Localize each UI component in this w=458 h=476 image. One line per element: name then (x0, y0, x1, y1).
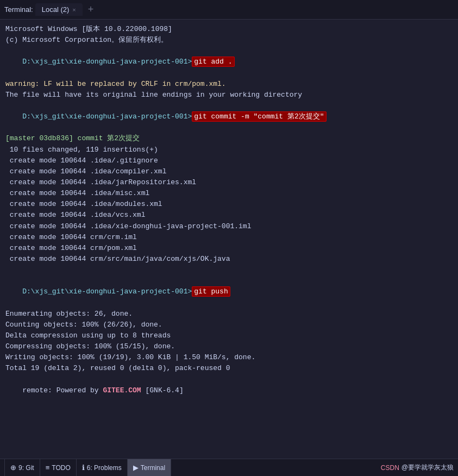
line-2: (c) Microsoft Corporation。保留所有权利。 (5, 35, 453, 46)
problems-label: 6: Problems (87, 464, 122, 472)
line-9: create mode 100644 .idea/.gitignore (5, 155, 453, 166)
line-21: Counting objects: 100% (26/26), done. (5, 320, 453, 330)
problems-icon: ℹ (82, 464, 85, 472)
line-13: create mode 100644 .idea/modules.xml (5, 199, 453, 210)
gnk-text: [GNK-6.4] (141, 386, 184, 394)
terminal-content: Microsoft Windows [版本 10.0.22000.1098] (… (0, 20, 458, 459)
status-right: CSDN @要学就学灰太狼 (381, 463, 454, 472)
line-7: [master 03db836] commit 第2次提交 (5, 133, 453, 144)
git-label: 9: Git (18, 464, 34, 472)
line-17: create mode 100644 crm/pom.xml (5, 243, 453, 254)
prompt-2: D:\xjs_git\xie-donghui-java-project-001> (22, 112, 192, 121)
line-8: 10 files changed, 119 insertions(+) (5, 145, 453, 155)
line-26: remote: Powered by GITEE.COM [GNK-6.4] (5, 374, 453, 407)
terminal-icon: ▶ (133, 464, 139, 472)
cmd-git-commit: git commit -m "commit 第2次提交" (192, 111, 326, 122)
line-16: create mode 100644 crm/crm.iml (5, 232, 453, 243)
csdn-label: CSDN (381, 464, 399, 472)
line-23: Compressing objects: 100% (15/15), done. (5, 341, 453, 352)
line-10: create mode 100644 .idea/compiler.xml (5, 166, 453, 177)
terminal-label: Terminal: (4, 5, 33, 14)
status-problems[interactable]: ℹ 6: Problems (77, 459, 128, 476)
tab-local[interactable]: Local (2) × (35, 3, 83, 16)
line-5: The file will have its original line end… (5, 90, 453, 101)
prompt-1: D:\xjs_git\xie-donghui-java-project-001> (22, 58, 192, 66)
line-19: D:\xjs_git\xie-donghui-java-project-001>… (5, 275, 453, 308)
status-terminal[interactable]: ▶ Terminal (128, 459, 171, 476)
todo-label: TODO (52, 464, 70, 472)
line-25: Total 19 (delta 2), reused 0 (delta 0), … (5, 363, 453, 374)
status-bar: ⊕ 9: Git ≡ TODO ℹ 6: Problems ▶ Terminal… (0, 459, 458, 476)
tab-add-button[interactable]: + (85, 4, 97, 15)
cmd-git-add: git add . (192, 57, 234, 67)
line-15: create mode 100644 .idea/xie-donghui-jav… (5, 221, 453, 232)
gitee-link: GITEE.COM (103, 386, 141, 394)
line-11: create mode 100644 .idea/jarRepositories… (5, 177, 453, 188)
status-git[interactable]: ⊕ 9: Git (4, 459, 40, 476)
line-12: create mode 100644 .idea/misc.xml (5, 188, 453, 199)
line-18: create mode 100644 crm/src/main/java/com… (5, 254, 453, 265)
status-todo[interactable]: ≡ TODO (40, 459, 77, 476)
prompt-3: D:\xjs_git\xie-donghui-java-project-001> (22, 287, 192, 296)
line-4: warning: LF will be replaced by CRLF in … (5, 79, 453, 90)
line-14: create mode 100644 .idea/vcs.xml (5, 210, 453, 221)
line-6: D:\xjs_git\xie-donghui-java-project-001>… (5, 101, 453, 133)
line-1: Microsoft Windows [版本 10.0.22000.1098] (5, 24, 453, 35)
line-20: Enumerating objects: 26, done. (5, 309, 453, 320)
line-24: Writing objects: 100% (19/19), 3.00 KiB … (5, 352, 453, 363)
terminal-status-label: Terminal (141, 464, 165, 472)
tab-bar: Terminal: Local (2) × + (0, 0, 458, 20)
git-icon: ⊕ (10, 464, 16, 472)
cmd-git-push: git push (192, 286, 230, 297)
line-blank (5, 265, 453, 275)
line-3: D:\xjs_git\xie-donghui-java-project-001>… (5, 46, 453, 78)
line-22: Delta compression using up to 8 threads (5, 330, 453, 341)
author-label: @要学就学灰太狼 (401, 463, 454, 472)
remote-text: remote: Powered by (22, 386, 103, 394)
todo-icon: ≡ (46, 464, 50, 472)
tab-close-button[interactable]: × (72, 7, 76, 13)
tab-local-label: Local (2) (42, 5, 70, 14)
